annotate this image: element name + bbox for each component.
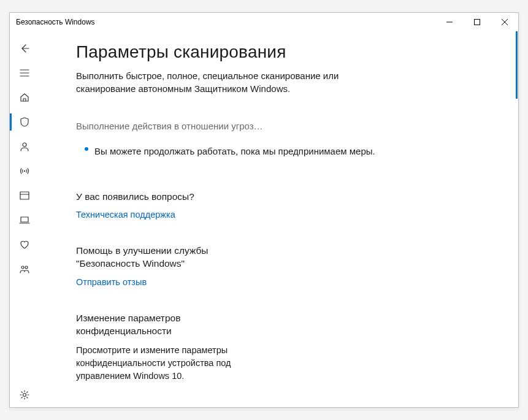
help-link[interactable]: Техническая поддержка	[76, 210, 175, 220]
nav-virus-threat[interactable]	[10, 110, 39, 134]
window-controls	[435, 13, 518, 31]
nav-device-security[interactable]	[10, 208, 39, 232]
feedback-link[interactable]: Отправить отзыв	[76, 277, 147, 287]
status-detail: Вы можете продолжать работать, пока мы п…	[76, 145, 481, 159]
menu-button[interactable]	[10, 61, 39, 85]
window-icon	[19, 190, 30, 201]
feedback-title: Помощь в улучшении службы "Безопасность …	[76, 245, 242, 270]
family-icon	[19, 264, 30, 275]
nav-app-browser[interactable]	[10, 183, 39, 208]
laptop-icon	[19, 215, 30, 226]
hamburger-icon	[19, 67, 30, 78]
svg-rect-4	[21, 217, 28, 222]
close-button[interactable]	[491, 13, 518, 31]
nav-home[interactable]	[10, 85, 39, 110]
window-title: Безопасность Windows	[16, 18, 435, 26]
privacy-body: Просмотрите и измените параметры конфиде…	[76, 344, 242, 383]
sidebar	[10, 31, 39, 407]
arrow-left-icon	[19, 43, 30, 54]
svg-point-5	[21, 266, 24, 269]
status-line: Выполнение действия в отношении угроз…	[76, 121, 481, 131]
home-icon	[19, 92, 30, 103]
nav-account[interactable]	[10, 134, 39, 159]
nav-firewall[interactable]	[10, 159, 39, 183]
minimize-button[interactable]	[435, 13, 463, 31]
svg-point-2	[24, 170, 25, 172]
section-feedback: Помощь в улучшении службы "Безопасность …	[76, 245, 242, 288]
help-title: У вас появились вопросы?	[76, 191, 242, 204]
svg-rect-0	[474, 20, 480, 25]
app-window: Безопасность Windows	[9, 12, 519, 408]
nav-device-health[interactable]	[10, 232, 39, 257]
person-icon	[19, 141, 30, 152]
svg-point-6	[25, 266, 28, 269]
page-title: Параметры сканирования	[76, 42, 481, 62]
page-subtitle: Выполнить быстрое, полное, специальное с…	[76, 69, 395, 95]
titlebar: Безопасность Windows	[10, 13, 518, 31]
body-area: Параметры сканирования Выполнить быстрое…	[10, 31, 518, 407]
main-content: Параметры сканирования Выполнить быстрое…	[39, 31, 518, 407]
svg-point-7	[23, 394, 26, 397]
maximize-button[interactable]	[463, 13, 491, 31]
section-help: У вас появились вопросы? Техническая под…	[76, 191, 242, 221]
antenna-icon	[19, 166, 30, 177]
section-privacy: Изменение параметров конфиденциальности …	[76, 312, 242, 383]
back-button[interactable]	[10, 36, 39, 61]
gear-icon	[19, 389, 30, 400]
nav-family[interactable]	[10, 257, 39, 281]
shield-icon	[19, 116, 30, 128]
svg-rect-3	[20, 192, 29, 199]
heart-icon	[19, 239, 30, 250]
nav-settings[interactable]	[10, 383, 39, 407]
sidebar-spacer	[10, 281, 39, 383]
svg-point-1	[23, 143, 26, 147]
privacy-title: Изменение параметров конфиденциальности	[76, 312, 242, 338]
